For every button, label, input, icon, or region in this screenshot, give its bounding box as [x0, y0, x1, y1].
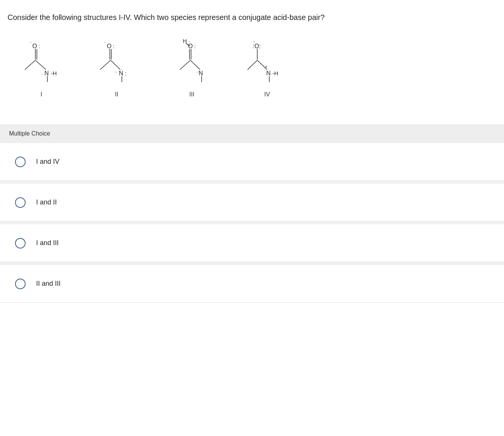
structure-I: ·· O : N ·· -H [19, 38, 64, 98]
structure-IV: ·· :O: + N -H IV [244, 38, 290, 98]
svg-text:O: O [32, 43, 37, 49]
svg-line-38 [247, 60, 257, 70]
choice-separator-3 [0, 262, 504, 265]
svg-line-31 [190, 60, 200, 70]
svg-text:H: H [183, 38, 187, 44]
structure-IV-diagram: ·· :O: + N -H [244, 38, 290, 87]
structure-I-label: I [41, 91, 42, 98]
svg-text:N: N [199, 70, 203, 76]
svg-text:··: ·· [115, 70, 117, 74]
svg-line-6 [35, 60, 46, 70]
svg-text:··: ·· [104, 40, 106, 44]
structure-II: ·· O : ·· N : II [94, 38, 139, 98]
choices-container: I and IV I and II I and III II and III [0, 143, 504, 303]
choice-1-radio[interactable] [15, 157, 26, 167]
choice-4-item[interactable]: II and III [0, 265, 504, 303]
choice-2-item[interactable]: I and II [0, 184, 504, 221]
svg-text:O: O [107, 43, 111, 49]
question-section: Consider the following structures I-IV. … [0, 0, 504, 113]
choice-4-label: II and III [36, 280, 61, 288]
structure-III-label: III [189, 91, 194, 98]
choice-2-radio[interactable] [15, 197, 26, 208]
svg-text:-H: -H [51, 70, 57, 76]
structure-III-diagram: H ·· O : ·· ·· N [169, 38, 214, 87]
svg-text::: : [38, 43, 40, 49]
structure-I-diagram: ·· O : N ·· -H [19, 38, 64, 87]
choice-separator-1 [0, 181, 504, 184]
question-text: Consider the following structures I-IV. … [8, 12, 496, 23]
svg-text:-H: -H [272, 70, 278, 76]
structure-II-diagram: ·· O : ·· N : [94, 38, 139, 87]
structure-II-label: II [115, 91, 118, 98]
svg-text:O: O [188, 43, 193, 49]
choice-4-radio[interactable] [15, 279, 26, 289]
svg-line-30 [180, 60, 190, 70]
svg-text:N: N [266, 70, 271, 76]
svg-text::: : [113, 43, 114, 49]
choice-3-item[interactable]: I and III [0, 224, 504, 262]
choice-3-radio[interactable] [15, 238, 26, 248]
svg-text:··: ·· [29, 40, 32, 44]
choice-separator-2 [0, 221, 504, 224]
structure-IV-label: IV [264, 91, 270, 98]
choice-1-label: I and IV [36, 158, 59, 166]
structure-III: H ·· O : ·· ·· N [169, 38, 214, 98]
multiple-choice-header: Multiple Choice [0, 124, 504, 143]
svg-line-5 [25, 60, 35, 70]
svg-line-17 [111, 60, 120, 70]
svg-text:N: N [44, 70, 49, 76]
svg-text:··: ·· [41, 72, 44, 76]
structures-container: ·· O : N ·· -H [8, 34, 496, 105]
choice-1-item[interactable]: I and IV [0, 143, 504, 181]
svg-text:··: ·· [196, 70, 199, 74]
svg-text:+: + [265, 64, 267, 70]
svg-line-16 [100, 60, 111, 70]
svg-text::O:: :O: [253, 43, 261, 49]
choice-3-label: I and III [36, 239, 59, 247]
svg-text::: : [194, 43, 196, 49]
svg-text::: : [125, 70, 126, 76]
svg-text:N: N [119, 70, 123, 76]
choice-2-label: I and II [36, 198, 57, 206]
